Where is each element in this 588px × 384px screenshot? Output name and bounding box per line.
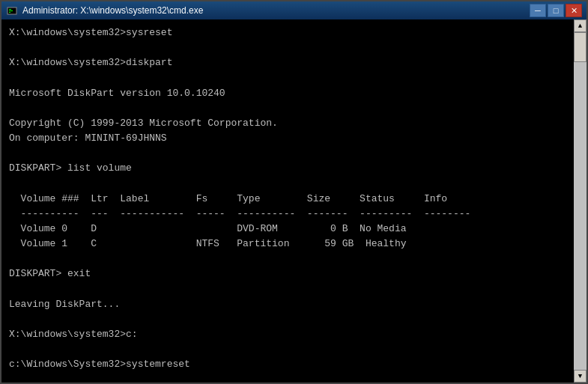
window-title: Administrator: X:\windows\system32\cmd.e… bbox=[22, 5, 530, 16]
window-icon bbox=[6, 4, 18, 16]
scroll-track[interactable] bbox=[574, 32, 587, 370]
content-area: X:\windows\system32>sysreset X:\windows\… bbox=[1, 19, 587, 383]
scroll-down-button[interactable]: ▼ bbox=[574, 370, 587, 383]
cmd-window: Administrator: X:\windows\system32\cmd.e… bbox=[0, 0, 588, 384]
svg-rect-4 bbox=[9, 12, 10, 13]
close-button[interactable]: ✕ bbox=[566, 4, 582, 17]
terminal-output[interactable]: X:\windows\system32>sysreset X:\windows\… bbox=[1, 19, 574, 383]
title-bar: Administrator: X:\windows\system32\cmd.e… bbox=[1, 1, 587, 19]
terminal-line-1: X:\windows\system32>sysreset X:\windows\… bbox=[9, 27, 470, 383]
maximize-button[interactable]: □ bbox=[548, 4, 564, 17]
minimize-button[interactable]: ─ bbox=[530, 4, 546, 17]
scroll-thumb[interactable] bbox=[574, 32, 587, 62]
svg-rect-3 bbox=[9, 10, 13, 11]
vertical-scrollbar: ▲ ▼ bbox=[574, 19, 587, 383]
window-controls: ─ □ ✕ bbox=[530, 4, 582, 17]
scroll-up-button[interactable]: ▲ bbox=[574, 19, 587, 32]
svg-rect-2 bbox=[9, 9, 11, 10]
